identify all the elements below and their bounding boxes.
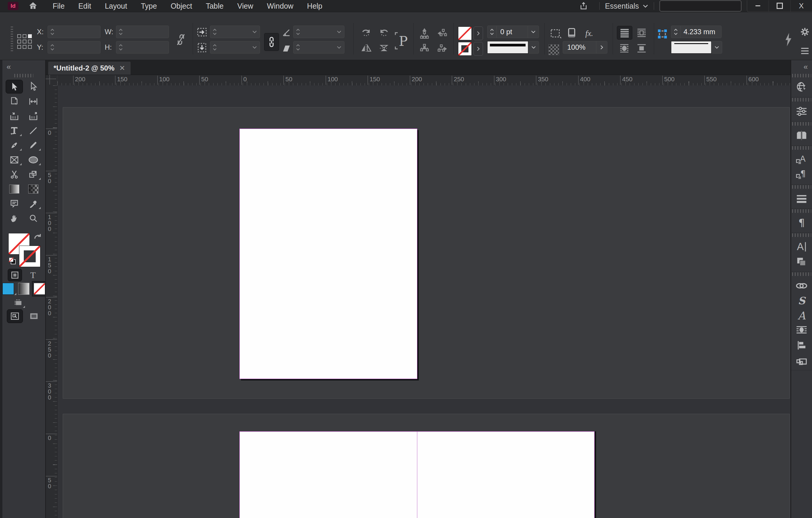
- document-tab[interactable]: *Untitled-2 @ 50% ✕: [48, 62, 130, 75]
- height-field[interactable]: [116, 41, 169, 54]
- pen-tool[interactable]: [6, 139, 23, 152]
- stroke-type-swatch[interactable]: [487, 41, 528, 54]
- panel-drag-handle[interactable]: [792, 209, 811, 213]
- select-next-object-icon[interactable]: [435, 43, 449, 55]
- panel-drag-handle[interactable]: [792, 98, 811, 102]
- paragraph-styles-panel-icon[interactable]: ¶: [791, 167, 812, 182]
- paragraph-panel-icon[interactable]: ¶: [791, 215, 812, 230]
- hand-tool[interactable]: [6, 212, 23, 225]
- gradient-swatch-tool[interactable]: [6, 183, 23, 196]
- note-tool[interactable]: [6, 197, 23, 210]
- menu-object[interactable]: Object: [164, 0, 199, 12]
- apply-none-button[interactable]: [34, 283, 45, 295]
- transparency-icon[interactable]: [549, 44, 559, 55]
- tools-drag-handle[interactable]: [14, 74, 33, 77]
- proxy-cell[interactable]: [17, 34, 21, 38]
- text-wrap-panel-icon[interactable]: [791, 323, 812, 338]
- align-panel-icon[interactable]: [791, 338, 812, 353]
- minimize-button[interactable]: [747, 0, 768, 11]
- proxy-cell[interactable]: [28, 39, 32, 44]
- gap-tool[interactable]: [25, 95, 42, 108]
- apply-color-button[interactable]: [2, 283, 14, 295]
- scale-x-field[interactable]: [210, 26, 260, 38]
- home-icon[interactable]: [29, 1, 37, 10]
- indesign-logo-icon[interactable]: Id: [8, 2, 19, 10]
- proxy-cell[interactable]: [23, 45, 27, 49]
- close-tab-icon[interactable]: ✕: [119, 64, 125, 72]
- opacity-expand-button[interactable]: [596, 42, 607, 53]
- select-next-object-down-icon[interactable]: [417, 43, 431, 55]
- no-text-wrap-button[interactable]: [617, 26, 632, 39]
- menu-layout[interactable]: Layout: [98, 0, 134, 12]
- chevron-down-icon[interactable]: [250, 26, 260, 38]
- screen-mode-preview-button[interactable]: [27, 309, 41, 323]
- links-panel-icon[interactable]: [791, 278, 812, 293]
- drop-shadow-button[interactable]: [565, 27, 578, 39]
- rectangle-frame-tool[interactable]: [6, 153, 23, 166]
- menu-table[interactable]: Table: [199, 0, 231, 12]
- stepper-icons[interactable]: [48, 44, 57, 51]
- corner-options-button[interactable]: [549, 28, 563, 39]
- select-previous-object-icon[interactable]: [435, 27, 449, 39]
- fill-swatch-menu-button[interactable]: [473, 27, 483, 40]
- effects-fx-button[interactable]: fx.: [581, 28, 597, 39]
- proxy-cell-selected[interactable]: [28, 34, 32, 38]
- flip-vertical-button[interactable]: [377, 42, 392, 54]
- constrain-scale-link-button[interactable]: [264, 33, 279, 51]
- eyedropper-tool[interactable]: [25, 197, 42, 210]
- wrap-offset-field[interactable]: 4.233 mm: [671, 26, 722, 38]
- line-tool[interactable]: [25, 124, 42, 137]
- character-styles-panel-icon[interactable]: A: [791, 152, 812, 167]
- view-options-button[interactable]: [11, 296, 26, 309]
- panel-drag-handle[interactable]: [792, 234, 811, 237]
- ruler-origin-corner[interactable]: [46, 75, 57, 86]
- formatting-affects-container-button[interactable]: [8, 269, 22, 281]
- gradient-feather-tool[interactable]: [25, 183, 42, 196]
- pathfinder-panel-icon[interactable]: [791, 353, 812, 367]
- stepper-icons[interactable]: [116, 44, 125, 51]
- scripts-panel-icon[interactable]: S: [791, 293, 812, 308]
- stroke-color-swatch[interactable]: [19, 246, 40, 267]
- stepper-icons[interactable]: [294, 28, 302, 35]
- proxy-cell[interactable]: [28, 45, 32, 49]
- maximize-button[interactable]: [768, 0, 790, 11]
- stepper-icons[interactable]: [116, 28, 125, 35]
- proxy-cell[interactable]: [23, 34, 27, 38]
- scissors-tool[interactable]: [6, 168, 23, 181]
- panel-drag-handle[interactable]: [11, 27, 13, 52]
- zoom-tool[interactable]: [25, 212, 42, 225]
- opacity-field[interactable]: 100%: [563, 41, 607, 54]
- layers-panel-icon[interactable]: [791, 254, 812, 269]
- stepper-icons[interactable]: [294, 44, 302, 51]
- vertical-ruler[interactable]: 050100150200250300050: [46, 85, 57, 518]
- chevron-down-icon[interactable]: [334, 42, 344, 53]
- stepper-icons[interactable]: [210, 44, 219, 51]
- scale-y-field[interactable]: [210, 41, 260, 54]
- rotate-counterclockwise-button[interactable]: [377, 27, 392, 39]
- search-input[interactable]: [660, 0, 742, 11]
- ellipse-tool[interactable]: [25, 153, 42, 166]
- pages-panel-icon[interactable]: [791, 128, 812, 143]
- character-panel-icon[interactable]: A: [791, 239, 812, 254]
- x-position-field[interactable]: [48, 26, 100, 38]
- select-container-button[interactable]: P: [394, 30, 409, 52]
- jump-object-button[interactable]: [634, 42, 649, 54]
- panel-drag-handle[interactable]: [792, 146, 811, 150]
- formatting-affects-text-button[interactable]: T: [26, 269, 40, 281]
- panel-drag-handle[interactable]: [792, 74, 811, 77]
- stroke-weight-field[interactable]: 0 pt: [487, 26, 539, 38]
- proxy-cell[interactable]: [23, 39, 27, 44]
- close-button[interactable]: X: [790, 0, 812, 11]
- y-position-field[interactable]: [48, 41, 100, 54]
- panel-drag-handle[interactable]: [792, 185, 811, 189]
- share-icon[interactable]: [579, 1, 588, 11]
- type-tool[interactable]: [6, 124, 23, 137]
- page-tool[interactable]: [6, 95, 23, 108]
- menu-view[interactable]: View: [231, 0, 260, 12]
- flip-horizontal-button[interactable]: [359, 42, 374, 54]
- stroke-swatch-none[interactable]: [458, 42, 472, 56]
- screen-mode-normal-button[interactable]: [7, 309, 23, 323]
- glyphs-panel-icon[interactable]: A: [791, 308, 812, 323]
- panel-drag-handle[interactable]: [792, 122, 811, 126]
- width-field[interactable]: [116, 26, 169, 38]
